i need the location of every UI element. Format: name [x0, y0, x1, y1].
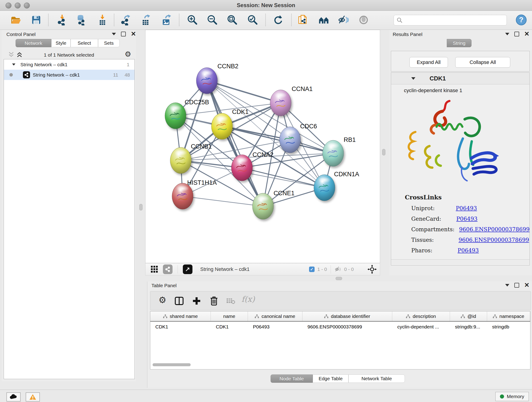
cloud-status-button[interactable]: [6, 392, 21, 402]
float-panel-icon[interactable]: [514, 283, 519, 288]
table-cell[interactable]: stringdb:9...: [450, 322, 487, 332]
table-options-gear-icon[interactable]: ⚙: [158, 296, 166, 304]
tab-network-table[interactable]: Network Table: [348, 375, 405, 383]
crosslink-link[interactable]: P06493: [456, 216, 478, 222]
close-panel-icon[interactable]: ✕: [524, 283, 530, 287]
network-node-CCNA1[interactable]: CCNA1: [270, 85, 313, 116]
grid-view-icon[interactable]: [150, 264, 159, 274]
column-header-description[interactable]: description: [392, 312, 450, 321]
fit-content-icon[interactable]: [226, 14, 239, 26]
tab-network[interactable]: Network: [16, 39, 51, 47]
zoom-in-icon[interactable]: [186, 14, 199, 26]
horizontal-splitter-grip[interactable]: [336, 277, 342, 280]
table-row[interactable]: CDK1CDK1P064939606.ENSP00000378699cyclin…: [150, 322, 530, 332]
collection-expand-icon[interactable]: [12, 64, 15, 65]
level-of-detail-icon[interactable]: [357, 14, 370, 26]
node-label-CCNA2: CCNA2: [253, 151, 273, 158]
export-network-icon[interactable]: [120, 14, 132, 26]
birdseye-view-icon[interactable]: [183, 264, 192, 274]
protein-expand-icon[interactable]: [411, 77, 415, 80]
zoom-out-icon[interactable]: [206, 14, 219, 26]
delete-column-icon[interactable]: [209, 295, 219, 306]
tab-node-table[interactable]: Node Table: [271, 375, 313, 383]
node-table: shared namenamecanonical namedatabase id…: [150, 311, 530, 370]
close-panel-icon[interactable]: ✕: [524, 32, 530, 36]
collapse-panel-icon[interactable]: [112, 33, 116, 35]
refresh-icon[interactable]: [272, 14, 284, 26]
warning-status-button[interactable]: [26, 392, 40, 402]
first-neighbors-icon[interactable]: [317, 14, 330, 26]
collapse-all-button[interactable]: Collapse All: [455, 57, 510, 68]
table-cell[interactable]: cyclin-dependent ...: [392, 322, 450, 332]
expand-all-button[interactable]: Expand All: [409, 57, 448, 68]
close-panel-icon[interactable]: ✕: [131, 32, 136, 36]
left-splitter-grip[interactable]: [139, 204, 143, 211]
shared-column-icon: [255, 314, 259, 318]
table-hscrollbar-thumb[interactable]: [152, 363, 191, 366]
network-view-badge-icon[interactable]: [163, 264, 172, 274]
column-header-namespace[interactable]: namespace: [487, 312, 530, 321]
import-network-file-icon[interactable]: [56, 14, 68, 26]
status-bar: Memory: [0, 390, 532, 402]
protein-details-box: CDK1 cyclin-dependent kinase 1: [391, 72, 530, 265]
network-row[interactable]: String Network – cdk1 11 48: [4, 70, 134, 80]
crosslink-link[interactable]: P06493: [457, 247, 479, 254]
network-options-gear-icon[interactable]: ⚙: [125, 51, 131, 58]
zoom-selected-icon[interactable]: [247, 14, 259, 26]
delete-table-icon[interactable]: [226, 297, 236, 305]
pan-crosshair-icon[interactable]: [367, 265, 377, 274]
network-edge: [207, 81, 281, 103]
selected-nodes-checkbox[interactable]: ✓: [309, 267, 315, 272]
float-panel-icon[interactable]: [121, 32, 126, 36]
help-icon[interactable]: ?: [515, 14, 527, 26]
collapse-panel-icon[interactable]: [505, 33, 509, 35]
crosslink-link[interactable]: 9606.ENSP00000378699: [458, 237, 529, 243]
table-cell[interactable]: 9606.ENSP00000378699: [302, 322, 392, 332]
tab-style[interactable]: Style: [51, 39, 70, 47]
float-panel-icon[interactable]: [514, 32, 519, 36]
table-cell[interactable]: stringdb: [487, 322, 530, 332]
search-input[interactable]: [394, 15, 507, 26]
table-cell[interactable]: CDK1: [211, 322, 248, 332]
column-header-shared-name[interactable]: shared name: [150, 312, 211, 321]
tab-select[interactable]: Select: [70, 39, 98, 47]
crosslink-link[interactable]: P06493: [456, 205, 477, 211]
hide-graphics-icon[interactable]: [337, 14, 350, 26]
column-header-canonical-name[interactable]: canonical name: [248, 312, 302, 321]
network-node-CDKN1A[interactable]: CDKN1A: [314, 171, 359, 201]
network-collection-row[interactable]: String Network – cdk1 1: [4, 59, 134, 70]
memory-button[interactable]: Memory: [495, 392, 529, 401]
save-session-icon[interactable]: [30, 14, 42, 26]
open-session-icon[interactable]: [10, 14, 22, 26]
network-node-HIST1H1A[interactable]: HIST1H1A: [172, 179, 217, 209]
clone-network-icon[interactable]: [297, 14, 309, 26]
export-table-icon[interactable]: [140, 14, 152, 26]
collapse-panel-icon[interactable]: [505, 284, 509, 287]
network-node-RB1[interactable]: RB1: [323, 136, 356, 166]
protein-header-row[interactable]: CDK1: [391, 73, 530, 84]
tab-edge-table[interactable]: Edge Table: [313, 375, 348, 383]
create-column-icon[interactable]: [191, 296, 202, 306]
column-header-name[interactable]: name: [211, 312, 248, 321]
tab-string[interactable]: String: [447, 39, 472, 47]
crosslinks-heading: CrossLinks: [391, 194, 530, 201]
export-image-icon[interactable]: [160, 14, 172, 26]
function-builder-icon[interactable]: f(x): [241, 294, 255, 304]
tab-sets[interactable]: Sets: [98, 39, 120, 47]
column-header-database-identifier[interactable]: database identifier: [302, 312, 392, 321]
import-table-file-icon[interactable]: [96, 14, 109, 26]
network-node-CCNB1[interactable]: CCNB1: [170, 143, 212, 173]
table-cell[interactable]: CDK1: [150, 322, 211, 332]
show-columns-icon[interactable]: [174, 296, 184, 306]
right-splitter-grip[interactable]: [382, 149, 385, 155]
network-node-CCNB2[interactable]: CCNB2: [196, 63, 239, 94]
table-cell[interactable]: P06493: [248, 322, 302, 332]
column-header--id[interactable]: @id: [450, 312, 487, 321]
hidden-items-icon[interactable]: [335, 266, 342, 273]
import-network-database-icon[interactable]: [75, 14, 88, 26]
network-node-CCNA2[interactable]: CCNA2: [231, 151, 273, 181]
network-node-CCNE1[interactable]: CCNE1: [253, 190, 295, 219]
title-bar: Session: New Session: [0, 0, 532, 11]
crosslink-link[interactable]: 9606.ENSP00000378699: [459, 226, 530, 233]
results-hscrollbar[interactable]: [391, 259, 530, 264]
